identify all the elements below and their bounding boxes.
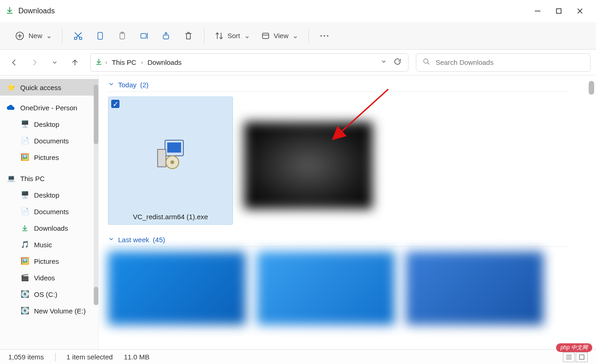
maximize-button[interactable] <box>548 2 569 20</box>
up-button[interactable] <box>66 54 84 71</box>
view-button[interactable]: View ⌄ <box>255 27 304 45</box>
sidebar-item-new-volume[interactable]: 💽New Volume (E:) <box>0 302 98 319</box>
group-count: (45) <box>153 236 165 244</box>
group-label: Last week <box>118 236 149 244</box>
search-box[interactable] <box>416 53 590 72</box>
sidebar-scrollbar[interactable] <box>94 85 98 305</box>
svg-point-20 <box>324 35 325 36</box>
details-view-button[interactable] <box>563 352 575 362</box>
close-button[interactable] <box>569 2 590 20</box>
window-title: Downloads <box>18 7 55 15</box>
search-input[interactable] <box>436 58 584 66</box>
address-dropdown[interactable] <box>379 57 389 68</box>
sidebar-item-downloads[interactable]: Downloads <box>0 220 98 236</box>
svg-rect-25 <box>167 142 181 153</box>
address-bar[interactable]: › This PC › Downloads <box>90 53 409 72</box>
file-grid <box>108 247 587 333</box>
sidebar-item-quick-access[interactable]: ⭐ Quick access <box>0 79 98 96</box>
svg-rect-14 <box>141 34 147 38</box>
svg-point-19 <box>320 35 322 36</box>
sidebar-label: Desktop <box>34 120 59 128</box>
sidebar-label: This PC <box>20 175 45 182</box>
sidebar-item-music[interactable]: 🎵Music <box>0 236 98 253</box>
svg-point-22 <box>424 59 428 63</box>
blurred-thumbnail <box>406 251 544 325</box>
chevron-down-icon <box>108 81 114 89</box>
chevron-down-icon: ⌄ <box>292 31 298 40</box>
paste-button[interactable] <box>111 27 133 45</box>
new-label: New <box>28 32 42 40</box>
document-icon: 📄 <box>20 207 29 216</box>
document-icon: 📄 <box>20 136 29 145</box>
sidebar-item-videos[interactable]: 🎬Videos <box>0 269 98 286</box>
sidebar-item-documents[interactable]: 📄Documents <box>0 132 98 149</box>
thumbnails-view-button[interactable] <box>576 352 588 362</box>
cut-button[interactable] <box>67 27 89 45</box>
svg-rect-33 <box>579 355 584 359</box>
downloads-icon <box>95 58 102 67</box>
new-button[interactable]: New ⌄ <box>9 27 57 45</box>
downloads-icon <box>20 223 29 233</box>
sidebar-item-pictures[interactable]: 🖼️Pictures <box>0 149 98 165</box>
sidebar-item-this-pc[interactable]: 💻This PC <box>0 170 98 187</box>
copy-button[interactable] <box>89 27 111 45</box>
pictures-icon: 🖼️ <box>20 256 29 266</box>
svg-line-23 <box>427 63 429 64</box>
svg-point-21 <box>327 35 328 36</box>
refresh-button[interactable] <box>392 56 403 69</box>
sidebar-item-documents[interactable]: 📄Documents <box>0 203 98 220</box>
sidebar-label: Documents <box>34 208 69 216</box>
group-count: (2) <box>140 81 148 89</box>
chevron-right-icon: › <box>141 59 143 66</box>
drive-icon: 💽 <box>20 290 29 299</box>
svg-rect-26 <box>158 149 166 167</box>
status-selected: 1 item selected <box>67 353 113 361</box>
sidebar-item-desktop[interactable]: 🖥️Desktop <box>0 116 98 132</box>
more-button[interactable] <box>313 27 335 45</box>
breadcrumb-item[interactable]: This PC <box>110 57 138 67</box>
sidebar-label: Documents <box>34 137 69 145</box>
svg-rect-16 <box>163 35 169 39</box>
group-header-last-week[interactable]: Last week (45) <box>108 233 568 247</box>
status-bar: 1,059 items 1 item selected 11.0 MB <box>0 349 596 364</box>
blurred-thumbnail <box>108 251 246 325</box>
sidebar-item-os-c[interactable]: 💽OS (C:) <box>0 286 98 302</box>
file-item[interactable]: ✓ VC_redist.arm64 (1).exe <box>108 97 233 225</box>
group-header-today[interactable]: Today (2) <box>108 78 568 92</box>
title-bar: Downloads <box>0 0 596 22</box>
breadcrumb-item[interactable]: Downloads <box>146 57 183 67</box>
delete-button[interactable] <box>177 27 199 45</box>
sidebar-item-desktop[interactable]: 🖥️Desktop <box>0 187 98 203</box>
svg-point-28 <box>170 160 174 164</box>
sidebar-label: Videos <box>34 274 55 282</box>
music-icon: 🎵 <box>20 240 29 249</box>
scrollbar-thumb[interactable] <box>94 85 98 144</box>
minimize-button[interactable] <box>527 2 548 20</box>
rename-button[interactable] <box>133 27 155 45</box>
content-pane: Today (2) ✓ VC_redist.arm64 (1).exe <box>99 75 596 349</box>
scrollbar-thumb[interactable] <box>94 287 98 305</box>
recent-dropdown[interactable] <box>46 54 63 71</box>
pictures-icon: 🖼️ <box>20 153 29 162</box>
separator <box>62 28 62 44</box>
sidebar-label: Quick access <box>20 84 61 91</box>
svg-rect-17 <box>262 33 268 39</box>
status-items: 1,059 items <box>8 353 44 361</box>
watermark: php 中文网 <box>556 343 592 352</box>
cloud-icon <box>6 103 16 112</box>
svg-rect-1 <box>556 9 561 13</box>
chevron-down-icon: ⌄ <box>244 31 250 40</box>
sidebar-label: New Volume (E:) <box>34 307 86 315</box>
separator <box>204 28 204 44</box>
desktop-icon: 🖥️ <box>20 119 29 129</box>
back-button[interactable] <box>6 54 23 71</box>
sidebar-item-onedrive[interactable]: OneDrive - Person <box>0 99 98 116</box>
sort-button[interactable]: Sort ⌄ <box>209 27 255 45</box>
share-button[interactable] <box>155 27 177 45</box>
scrollbar-thumb[interactable] <box>589 81 594 95</box>
forward-button[interactable] <box>26 54 43 71</box>
content-scrollbar[interactable] <box>589 81 594 210</box>
sidebar: ⭐ Quick access OneDrive - Person 🖥️Deskt… <box>0 75 99 349</box>
checkmark-icon[interactable]: ✓ <box>111 100 119 108</box>
sidebar-item-pictures[interactable]: 🖼️Pictures <box>0 253 98 269</box>
